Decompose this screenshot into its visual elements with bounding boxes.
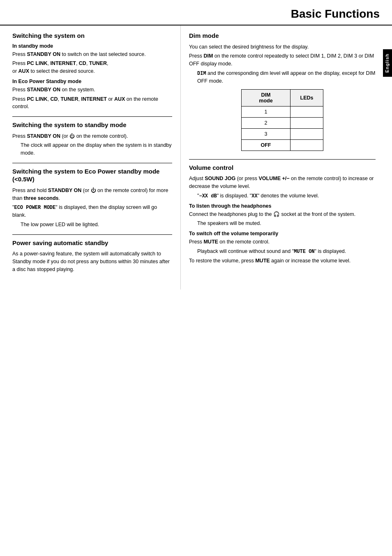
section-title-switching-standby: Switching the system to standby mode [12, 121, 172, 129]
headphones-p2: The speakers will be muted. [197, 220, 376, 227]
dim-row-3-leds [291, 128, 323, 139]
section-switching-standby: Switching the system to standby mode Pre… [12, 121, 172, 163]
dim-row-1-leds [291, 106, 323, 117]
dim-table: DIMmode LEDs 1 2 3 [241, 89, 323, 151]
mute-p2: Playback will continue without sound and… [197, 248, 376, 255]
dim-p3: DIM and the corresponding dim level will… [197, 70, 376, 85]
headphones-p1: Connect the headphones plug to the 🎧 soc… [189, 211, 376, 218]
subsection-title-eco-standby: In Eco Power Standby mode [12, 79, 172, 84]
subsection-title-mute: To switch off the volume temporarily [189, 231, 376, 236]
section-dim-mode: Dim mode You can select the desired brig… [189, 32, 376, 160]
eco-p2: "ECO POWER MODE" is displayed, then the … [12, 204, 172, 219]
standby-mode-p1: Press STANDBY ON to switch on the last s… [12, 51, 172, 58]
table-row: OFF [242, 139, 323, 151]
volume-p2: "−XX dB" is displayed. "XX" denotes the … [197, 192, 376, 200]
table-row: 1 [242, 106, 323, 117]
dim-table-header-mode: DIMmode [242, 89, 291, 106]
dim-row-off-leds [291, 139, 323, 151]
table-row: 2 [242, 117, 323, 128]
section-switching-on: Switching the system on In standby mode … [12, 32, 172, 117]
mute-p1: Press MUTE on the remote control. [189, 238, 376, 246]
left-column: Switching the system on In standby mode … [0, 25, 181, 290]
side-tab-english: English [383, 49, 392, 77]
dim-table-header-leds: LEDs [291, 89, 323, 106]
section-title-power-saving: Power saving automatic standby [12, 239, 172, 247]
dim-row-3-mode: 3 [242, 128, 291, 139]
eco-standby-p1: Press STANDBY ON on the system. [12, 86, 172, 94]
dim-p2: Press DIM on the remote control repeated… [189, 52, 376, 68]
right-column: Dim mode You can select the desired brig… [181, 25, 392, 290]
eco-p3: The low power LED will be lighted. [21, 221, 172, 229]
section-power-saving: Power saving automatic standby As a powe… [12, 239, 172, 279]
dim-row-2-leds [291, 117, 323, 128]
section-title-switching-on: Switching the system on [12, 32, 172, 40]
section-title-volume-control: Volume control [189, 164, 376, 172]
subsection-title-headphones: To listen through the headphones [189, 203, 376, 209]
eco-standby-p2: Press PC LINK, CD, TUNER, INTERNET or AU… [12, 95, 172, 111]
section-title-dim-mode: Dim mode [189, 32, 376, 40]
dim-p1: You can select the desired brightness fo… [189, 43, 376, 51]
table-row: 3 [242, 128, 323, 139]
subsection-title-standby-mode: In standby mode [12, 43, 172, 49]
standby-mode-p2: Press PC LINK, INTERNET, CD, TUNER,or AU… [12, 60, 172, 75]
standby-p1: Press STANDBY ON (or ⏻ on the remote con… [12, 132, 172, 140]
section-switching-eco: Switching the system to Eco Power standb… [12, 167, 172, 235]
dim-row-1-mode: 1 [242, 106, 291, 117]
standby-p2: The clock will appear on the display whe… [21, 141, 172, 157]
volume-p1: Adjust SOUND JOG (or press VOLUME +/− on… [189, 175, 376, 190]
section-title-switching-eco: Switching the system to Eco Power standb… [12, 167, 172, 183]
dim-row-2-mode: 2 [242, 117, 291, 128]
section-volume-control: Volume control Adjust SOUND JOG (or pres… [189, 164, 376, 271]
dim-row-off-mode: OFF [242, 139, 291, 151]
mute-p3: To restore the volume, press MUTE again … [189, 257, 376, 265]
power-saving-p1: As a power-saving feature, the system wi… [12, 250, 172, 273]
eco-p1: Press and hold STANDBY ON (or ⏻ on the r… [12, 187, 172, 202]
page-title: Basic Functions [0, 0, 392, 25]
